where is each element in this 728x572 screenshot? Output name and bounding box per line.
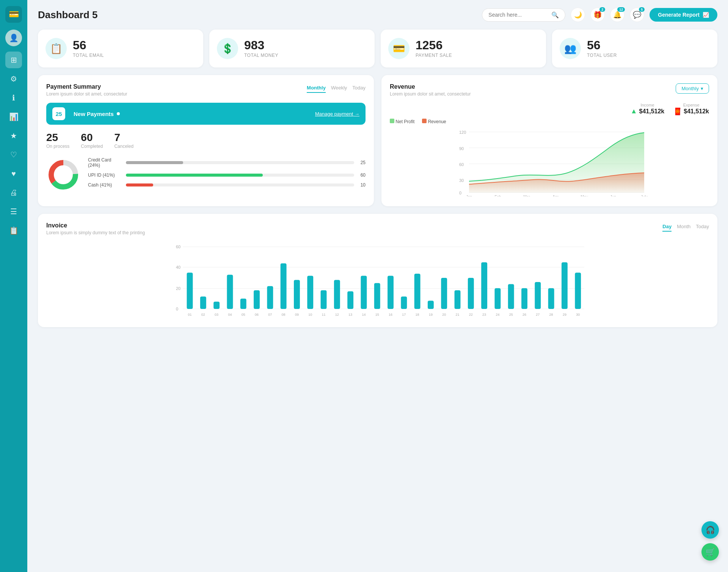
tab-weekly-payment[interactable]: Weekly	[331, 83, 347, 93]
chart-icon: 📈	[703, 12, 709, 18]
user-stat-number: 56	[587, 39, 617, 51]
settings-icon: ⚙	[10, 74, 17, 83]
dark-mode-toggle[interactable]: 🌙	[571, 8, 585, 22]
expense-label: Expense	[673, 103, 709, 107]
bar-item	[535, 282, 541, 309]
bar-item	[548, 288, 554, 309]
email-stat-info: 56 TOTAL EMAIL	[73, 39, 104, 58]
invoice-tabs: Day Month Today	[662, 222, 709, 232]
expense-icon: 🧧	[673, 107, 682, 116]
bar-item	[347, 291, 353, 309]
moon-icon: 🌙	[574, 11, 582, 19]
payment-stat-icon: 💳	[388, 38, 410, 59]
svg-text:22: 22	[469, 313, 473, 317]
revenue-dropdown[interactable]: Monthly ▾	[676, 83, 709, 94]
payment-stat-on-process: 25 On process	[46, 132, 69, 149]
bell-button[interactable]: 🔔 12	[610, 8, 624, 22]
svg-text:July: July	[641, 195, 648, 196]
sidebar-logo[interactable]: 💳	[5, 6, 22, 23]
donut-svg	[46, 158, 80, 192]
sidebar-item-dashboard[interactable]: ⊞	[5, 52, 22, 68]
support-fab[interactable]: 🎧	[701, 521, 719, 539]
svg-text:60: 60	[459, 162, 464, 167]
sidebar-item-report[interactable]: 📋	[5, 222, 22, 239]
stat-card-email: 📋 56 TOTAL EMAIL	[38, 30, 203, 67]
svg-text:18: 18	[416, 313, 419, 317]
user-stat-icon: 👥	[560, 38, 581, 59]
gift-button[interactable]: 🎁 2	[590, 8, 605, 22]
svg-text:12: 12	[335, 313, 339, 317]
manage-payment-link[interactable]: Manage payment →	[315, 111, 359, 117]
svg-text:27: 27	[536, 313, 540, 317]
headset-icon: 🎧	[706, 525, 715, 534]
revenue-title: Revenue	[390, 83, 471, 90]
svg-text:17: 17	[402, 313, 406, 317]
svg-text:15: 15	[375, 313, 379, 317]
messages-button[interactable]: 💬 5	[630, 8, 644, 22]
tab-today-payment[interactable]: Today	[352, 83, 366, 93]
chart-legend: Net Profit Revenue	[390, 119, 709, 124]
bar-item	[388, 276, 394, 309]
stat-card-payment: 💳 1256 PAYMENT SALE	[381, 30, 546, 67]
credit-card-bar-wrap	[126, 161, 354, 164]
bar-item	[468, 278, 474, 309]
search-box[interactable]: 🔍	[482, 8, 565, 22]
tab-day-invoice[interactable]: Day	[662, 222, 672, 232]
bar-item	[428, 301, 434, 309]
tab-today-invoice[interactable]: Today	[696, 222, 709, 232]
sidebar-item-settings[interactable]: ⚙	[5, 71, 22, 87]
svg-text:20: 20	[442, 313, 446, 317]
payment-stat-number: 1256	[416, 39, 452, 51]
bell-icon: 🔔	[613, 11, 621, 19]
credit-card-label: Credit Card (24%)	[88, 157, 122, 168]
payment-stat-label: PAYMENT SALE	[416, 53, 452, 58]
sidebar-item-info[interactable]: ℹ	[5, 89, 22, 106]
credit-card-bar	[126, 161, 183, 164]
bar-item	[254, 290, 260, 309]
svg-text:90: 90	[459, 146, 464, 151]
sidebar-item-favorites[interactable]: ★	[5, 127, 22, 144]
panels-row: Payment Summary Lorem ipsum dolor sit am…	[38, 75, 717, 206]
tab-monthly-payment[interactable]: Monthly	[307, 83, 326, 93]
svg-text:28: 28	[549, 313, 553, 317]
sidebar-item-wishlist[interactable]: ♡	[5, 146, 22, 163]
sidebar-item-liked[interactable]: ♥	[5, 165, 22, 182]
sidebar-item-print[interactable]: 🖨	[5, 184, 22, 201]
svg-text:09: 09	[295, 313, 299, 317]
payment-tabs: Monthly Weekly Today	[307, 83, 366, 93]
bar-item	[307, 276, 313, 309]
tab-month-invoice[interactable]: Month	[677, 222, 690, 232]
revenue-dot	[422, 119, 427, 123]
user-avatar[interactable]: 👤	[5, 30, 22, 46]
bar-item	[213, 302, 220, 309]
new-payments-label: New Payments	[74, 111, 120, 117]
cash-bar-wrap	[126, 183, 354, 186]
sidebar-item-list[interactable]: ☰	[5, 203, 22, 220]
search-input[interactable]	[488, 12, 548, 18]
dot-indicator	[117, 112, 120, 115]
bar-item	[481, 262, 487, 309]
svg-text:60: 60	[176, 244, 180, 249]
sidebar: 💳 👤 ⊞ ⚙ ℹ 📊 ★ ♡ ♥ 🖨 ☰ 📋	[0, 0, 27, 572]
svg-text:07: 07	[268, 313, 272, 317]
invoice-sub: Lorem ipsum is simply dummy text of the …	[46, 230, 145, 235]
revenue-panel: Revenue Lorem ipsum dolor sit amet, cons…	[381, 75, 717, 206]
bar-item	[575, 273, 581, 309]
chevron-down-icon: ▾	[701, 86, 703, 91]
header-actions: 🔍 🌙 🎁 2 🔔 12 💬 5 Generate Report 📈	[482, 8, 717, 22]
cart-fab[interactable]: 🛒	[701, 543, 719, 561]
revenue-panel-header: Revenue Lorem ipsum dolor sit amet, cons…	[390, 83, 709, 97]
money-stat-label: TOTAL MONEY	[244, 53, 278, 58]
gift-icon: 🎁	[593, 11, 602, 19]
fab-container: 🎧 🛒	[701, 521, 719, 561]
svg-text:30: 30	[459, 178, 464, 183]
upi-val: 60	[358, 172, 366, 178]
generate-report-button[interactable]: Generate Report 📈	[650, 8, 717, 22]
bar-item	[508, 284, 514, 309]
bar-item	[227, 275, 233, 309]
income-label: Income	[631, 103, 665, 107]
bar-item	[361, 276, 367, 309]
sidebar-item-analytics[interactable]: 📊	[5, 108, 22, 125]
report-icon: 📋	[9, 226, 19, 235]
expense-value: 🧧 $41,512k	[673, 107, 709, 116]
